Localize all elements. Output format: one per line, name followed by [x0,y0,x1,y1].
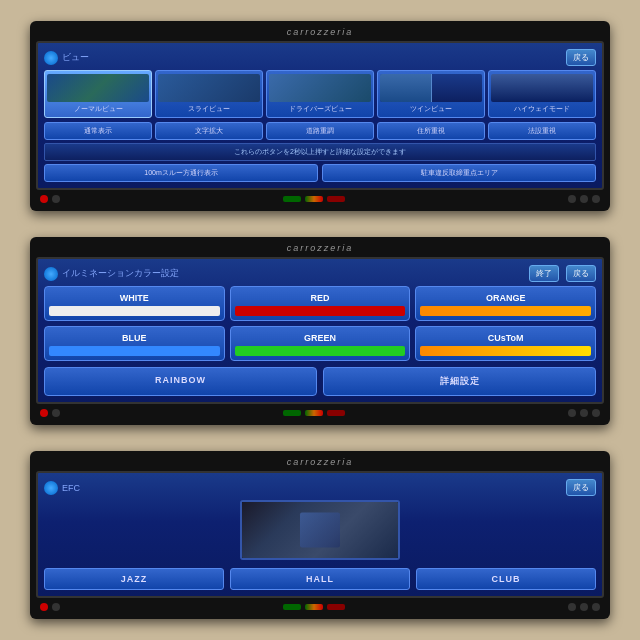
ctrl-group-right [568,195,600,203]
opt-btn-road[interactable]: 道路重調 [266,122,374,140]
screen2-title-area: イルミネーションカラー設定 [44,267,179,281]
ctrl-rect2-green[interactable] [283,410,301,416]
screen-1: ビュー 戻る ノーマルビュー スライビュー ドライバーズビュー [36,41,604,190]
s1-bot-btn-2[interactable]: 駐車違反取締重点エリア [322,164,596,182]
brand-bar-2: carrozzeria [36,241,604,255]
ctrl-rect-multi[interactable] [305,196,323,202]
ctrl-dot-3[interactable] [580,195,588,203]
ctrl-dot-1[interactable] [52,195,60,203]
brand-logo-3: carrozzeria [287,457,354,467]
view-btn-twin-img [380,74,482,102]
view-btn-highway[interactable]: ハイウェイモード [488,70,596,118]
screen2-bottom-row: RAINBOW 詳細設定 [44,367,596,396]
screen3-video-thumb [242,502,398,558]
device-1: carrozzeria ビュー 戻る ノーマルビュー スライビュー [30,21,610,211]
ctrl-group2-mid [283,410,345,416]
ctrl-rect2-red[interactable] [327,410,345,416]
color-btn-blue[interactable]: BLUE [44,326,225,361]
ctrl-dot2-1[interactable] [52,409,60,417]
opt-btn-normal[interactable]: 通常表示 [44,122,152,140]
color-btn-red[interactable]: RED [230,286,411,321]
ctrl-dot3-red[interactable] [40,603,48,611]
brand-logo-2: carrozzeria [287,243,354,253]
ctrl-dot3-3[interactable] [580,603,588,611]
s2-rainbow-btn[interactable]: RAINBOW [44,367,317,396]
opt-btn-text[interactable]: 文字拡大 [155,122,263,140]
swatch-blue [49,346,220,356]
screen-2: イルミネーションカラー設定 終了 戻る WHITE RED ORANGE BLU [36,257,604,404]
view-btn-twin[interactable]: ツインビュー [377,70,485,118]
screen1-bottom-btns: 100mスルー方通行表示 駐車違反取締重点エリア [44,164,596,182]
ctrl-dot3-4[interactable] [592,603,600,611]
screen2-header-btns: 終了 戻る [529,265,596,282]
swatch-white [49,306,220,316]
s1-bot-btn-1[interactable]: 100mスルー方通行表示 [44,164,318,182]
ctrl-rect3-multi[interactable] [305,604,323,610]
color-btn-white[interactable]: WHITE [44,286,225,321]
brand-logo-1: carrozzeria [287,27,354,37]
ctrl-dot3-1[interactable] [52,603,60,611]
color-btn-green[interactable]: GREEN [230,326,411,361]
opt-btn-law[interactable]: 法設重視 [488,122,596,140]
title-icon-1 [44,51,58,65]
ctrl-dot2-red[interactable] [40,409,48,417]
ctrl-group3-left [40,603,60,611]
swatch-green [235,346,406,356]
screen2-back-btn[interactable]: 戻る [566,265,596,282]
view-btn-slide-img [158,74,260,102]
view-btn-highway-img [491,74,593,102]
screen1-title: ビュー [62,51,89,64]
view-btn-slide[interactable]: スライビュー [155,70,263,118]
title-icon-2 [44,267,58,281]
controls-bar-1 [36,193,604,205]
ctrl-dot2-2[interactable] [568,409,576,417]
device-2: carrozzeria イルミネーションカラー設定 終了 戻る WHITE RE… [30,237,610,425]
screen1-header-btns: 戻る [566,49,596,66]
ctrl-dot3-2[interactable] [568,603,576,611]
color-btn-custom[interactable]: CUsToM [415,326,596,361]
view-btn-driver-img [269,74,371,102]
screen3-mode-buttons: JAZZ HALL CLUB [44,568,596,590]
ctrl-rect-green[interactable] [283,196,301,202]
screen1-back-btn[interactable]: 戻る [566,49,596,66]
ctrl-rect-red[interactable] [327,196,345,202]
view-btn-driver[interactable]: ドライバーズビュー [266,70,374,118]
screen3-back-btn[interactable]: 戻る [566,479,596,496]
ctrl-group2-right [568,409,600,417]
screen2-header: イルミネーションカラー設定 終了 戻る [44,265,596,282]
ctrl-dot2-3[interactable] [580,409,588,417]
screen1-header: ビュー 戻る [44,49,596,66]
ctrl-dot-red[interactable] [40,195,48,203]
ctrl-rect3-green[interactable] [283,604,301,610]
opt-btn-address[interactable]: 住所重視 [377,122,485,140]
swatch-orange [420,306,591,316]
mode-btn-hall[interactable]: HALL [230,568,410,590]
view-btn-normal[interactable]: ノーマルビュー [44,70,152,118]
screen2-end-btn[interactable]: 終了 [529,265,559,282]
color-btn-orange[interactable]: ORANGE [415,286,596,321]
ctrl-rect2-multi[interactable] [305,410,323,416]
s2-detail-btn[interactable]: 詳細設定 [323,367,596,396]
ctrl-group-mid [283,196,345,202]
controls-bar-3 [36,601,604,613]
screen2-title: イルミネーションカラー設定 [62,267,179,280]
screen3-title: EFC [62,483,80,493]
ctrl-dot-4[interactable] [592,195,600,203]
ctrl-group2-left [40,409,60,417]
screen3-video-area [240,500,400,560]
ctrl-dot2-4[interactable] [592,409,600,417]
ctrl-group3-mid [283,604,345,610]
screen3-header: EFC 戻る [44,479,596,496]
mode-btn-jazz[interactable]: JAZZ [44,568,224,590]
swatch-red [235,306,406,316]
color-grid: WHITE RED ORANGE BLUE GREEN CUsToM [44,286,596,361]
screen-3: EFC 戻る JAZZ HALL CLUB [36,471,604,598]
screen3-title-area: EFC [44,481,80,495]
ctrl-rect3-red[interactable] [327,604,345,610]
ctrl-dot-2[interactable] [568,195,576,203]
screen1-title-area: ビュー [44,51,89,65]
ctrl-group-left [40,195,60,203]
title-icon-3 [44,481,58,495]
mode-btn-club[interactable]: CLUB [416,568,596,590]
option-buttons-row: 通常表示 文字拡大 道路重調 住所重視 法設重視 [44,122,596,140]
